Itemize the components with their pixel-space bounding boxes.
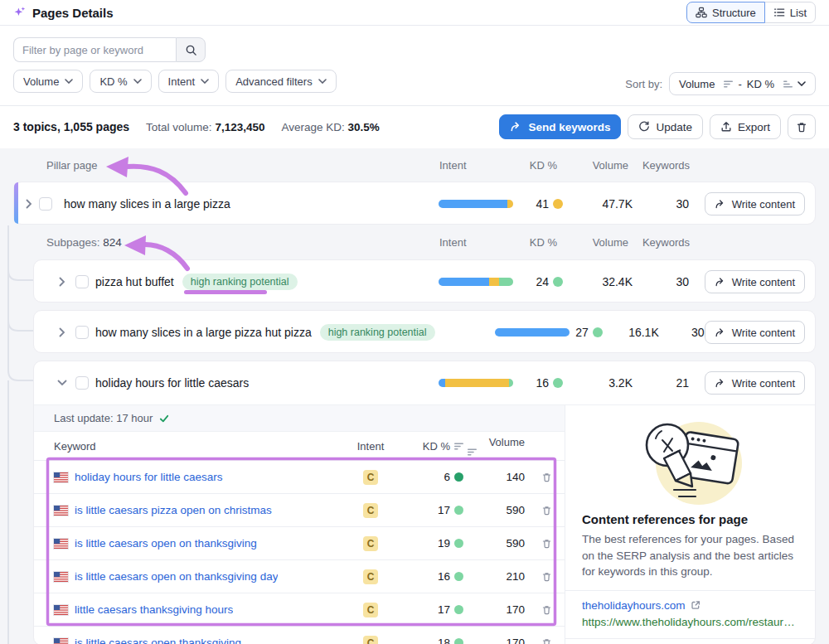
volume-value: 3.2K [608, 376, 633, 390]
expand-chevron-right-icon[interactable] [56, 326, 69, 339]
expand-chevron-right-icon[interactable] [22, 197, 36, 211]
keyword-table: Last update: 17 hour Keyword Intent KD %… [34, 405, 565, 644]
keyword-link[interactable]: is little caesars open on thanksgiving d… [75, 570, 278, 583]
intent-filter-label: Intent [168, 75, 196, 88]
high-ranking-potential-badge: high ranking potential [182, 274, 298, 290]
kd-value: 6 [444, 471, 450, 483]
kd-value: 16 [438, 570, 450, 583]
pillar-accent-bar [14, 182, 18, 224]
row-checkbox[interactable] [75, 326, 89, 339]
kd-sort-header[interactable]: KD % [394, 440, 463, 453]
average-kd-label: Average KD: [281, 121, 344, 133]
intent-badge: C [363, 636, 378, 644]
trash-icon[interactable] [541, 472, 552, 483]
top-bar: Pages Details Structure List [0, 0, 829, 26]
kd-value: 18 [438, 637, 450, 644]
sort-by-label: Sort by: [625, 78, 662, 90]
reference-link: theholidayhours.com [565, 591, 815, 612]
intent-filter-dropdown[interactable]: Intent [158, 70, 220, 93]
subpages-label: Subpages: [46, 236, 100, 249]
pillar-header-row: Pillar page Intent KD % Volume Keywords [13, 148, 816, 182]
row-checkbox[interactable] [75, 376, 89, 390]
pillar-page-column-header: Pillar page [46, 159, 97, 172]
list-toggle-label: List [790, 7, 807, 19]
content-references-panel: Content references for page The best ref… [565, 405, 815, 644]
trash-icon[interactable] [541, 604, 552, 616]
trash-icon[interactable] [541, 571, 552, 583]
write-content-button[interactable]: Write content [705, 371, 805, 395]
kd-dot [454, 472, 463, 482]
structure-icon [696, 7, 707, 18]
pillar-page-label[interactable]: how many slices in a large pizza [64, 197, 230, 211]
average-kd-value: 30.5% [348, 121, 380, 133]
intent-column-header: Intent [357, 440, 385, 453]
trash-icon[interactable] [541, 505, 552, 516]
export-button[interactable]: Export [710, 114, 781, 139]
write-content-label: Write content [732, 198, 795, 211]
keyword-link[interactable]: is little caesars open thanksgiving [75, 637, 241, 644]
pages-tree: Pillar page Intent KD % Volume Keywords … [0, 148, 829, 644]
collapse-chevron-down-icon[interactable] [56, 376, 69, 390]
volume-value: 590 [506, 537, 525, 550]
sort-dropdown[interactable]: Volume - KD % [669, 72, 816, 95]
kd-dot [454, 638, 463, 644]
average-kd: Average KD: 30.5% [281, 121, 379, 133]
search-button[interactable] [176, 37, 206, 62]
keywords-count: 30 [676, 275, 689, 288]
volume-value: 170 [506, 637, 525, 644]
volume-value: 170 [506, 603, 525, 616]
sort-asc-icon [783, 80, 793, 88]
subpage-label[interactable]: how many slices in a large pizza hut piz… [95, 326, 312, 339]
reference-domain-link[interactable]: theholidayhours.com [582, 599, 686, 612]
kd-column-header: KD % [423, 440, 450, 453]
keyword-link[interactable]: holiday hours for little caesars [75, 471, 223, 483]
write-content-button[interactable]: Write content [705, 321, 805, 344]
delete-button[interactable] [788, 114, 816, 139]
structure-toggle-label: Structure [712, 7, 756, 19]
keyword-row: is little caesars open on thanksgiving d… [34, 559, 565, 593]
chevron-down-icon [318, 79, 327, 84]
advanced-filters-dropdown[interactable]: Advanced filters [225, 70, 337, 93]
last-update-bar: Last update: 17 hour [34, 405, 565, 432]
keyword-link[interactable]: is little caesars open on thanksgiving [75, 537, 257, 550]
expand-chevron-right-icon[interactable] [56, 275, 69, 288]
filter-bar: Volume KD % Intent Advanced filters Sort… [0, 26, 829, 106]
high-ranking-potential-badge: high ranking potential [320, 324, 435, 341]
send-keywords-button[interactable]: Send keywords [499, 114, 621, 139]
trash-icon[interactable] [541, 538, 552, 550]
subpages-header-row: Subpages: 824 Intent KD % Volume Keyword… [13, 225, 816, 259]
kd-value: 17 [438, 504, 450, 516]
row-checkbox[interactable] [75, 275, 89, 288]
volume-filter-dropdown[interactable]: Volume [13, 70, 83, 93]
kd-dot [454, 506, 463, 515]
keywords-count: 30 [676, 197, 689, 211]
write-content-button[interactable]: Write content [705, 192, 805, 215]
chevron-down-icon [133, 79, 142, 84]
search-input[interactable] [13, 37, 176, 62]
kd-value: 16 [536, 376, 549, 390]
row-checkbox[interactable] [39, 197, 52, 211]
trash-icon[interactable] [541, 637, 552, 644]
refresh-icon [638, 121, 650, 133]
write-content-button[interactable]: Write content [705, 270, 805, 293]
keywords-count: 30 [691, 326, 705, 339]
update-button[interactable]: Update [628, 114, 703, 139]
intent-badge: C [363, 536, 378, 551]
external-link-icon [691, 600, 701, 610]
subpage-row: how many slices in a large pizza hut piz… [33, 310, 816, 353]
sort-kd-label: KD % [747, 78, 774, 90]
subpage-label[interactable]: pizza hut buffet [95, 275, 174, 288]
subpage-label[interactable]: holiday hours for little caesars [95, 376, 249, 390]
keywords-column-header: Keywords [642, 159, 690, 172]
kd-filter-dropdown[interactable]: KD % [90, 70, 151, 93]
export-icon [720, 121, 732, 133]
structure-toggle-button[interactable]: Structure [686, 2, 765, 23]
us-flag-icon [54, 472, 68, 482]
kd-dot [454, 539, 463, 548]
search-icon [185, 44, 197, 56]
list-toggle-button[interactable]: List [764, 2, 816, 23]
keyword-link[interactable]: little caesars thanksgiving hours [75, 603, 233, 616]
volume-sort-header[interactable]: Volume [463, 436, 528, 456]
reference-url[interactable]: https://www.theholidayhours.com/restaura… [565, 612, 815, 638]
keyword-link[interactable]: is little caesars pizza open on christma… [75, 504, 272, 516]
